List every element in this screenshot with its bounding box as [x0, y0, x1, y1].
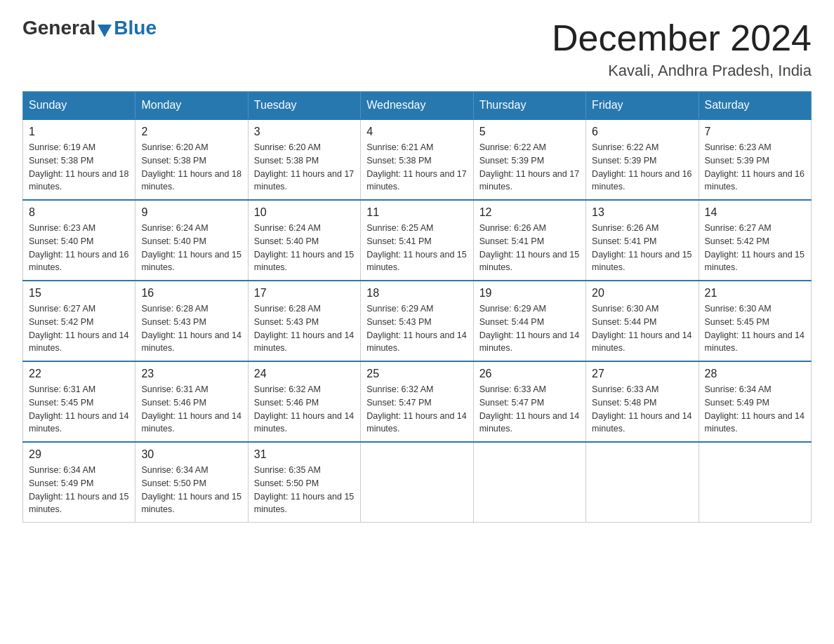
day-number: 6 [592, 126, 692, 138]
calendar-cell: 18 Sunrise: 6:29 AMSunset: 5:43 PMDaylig… [361, 281, 473, 361]
day-info: Sunrise: 6:34 AMSunset: 5:50 PMDaylight:… [141, 464, 241, 516]
day-info: Sunrise: 6:26 AMSunset: 5:41 PMDaylight:… [592, 222, 692, 274]
calendar-cell: 8 Sunrise: 6:23 AMSunset: 5:40 PMDayligh… [23, 200, 135, 281]
day-number: 20 [592, 287, 692, 300]
logo: General Blue [22, 17, 157, 39]
day-info: Sunrise: 6:22 AMSunset: 5:39 PMDaylight:… [479, 141, 580, 194]
calendar-cell: 7 Sunrise: 6:23 AMSunset: 5:39 PMDayligh… [699, 119, 811, 200]
day-header-thursday: Thursday [473, 92, 585, 120]
day-info: Sunrise: 6:24 AMSunset: 5:40 PMDaylight:… [141, 222, 241, 274]
calendar-cell: 19 Sunrise: 6:29 AMSunset: 5:44 PMDaylig… [473, 281, 585, 361]
week-row-2: 8 Sunrise: 6:23 AMSunset: 5:40 PMDayligh… [23, 200, 812, 281]
day-info: Sunrise: 6:34 AMSunset: 5:49 PMDaylight:… [705, 383, 805, 436]
location-title: Kavali, Andhra Pradesh, India [552, 62, 812, 80]
day-info: Sunrise: 6:31 AMSunset: 5:46 PMDaylight:… [141, 383, 241, 436]
day-number: 11 [366, 206, 467, 219]
day-info: Sunrise: 6:21 AMSunset: 5:38 PMDaylight:… [366, 141, 467, 194]
calendar-cell: 11 Sunrise: 6:25 AMSunset: 5:41 PMDaylig… [361, 200, 473, 281]
day-info: Sunrise: 6:27 AMSunset: 5:42 PMDaylight:… [29, 302, 129, 355]
calendar-cell [361, 442, 473, 523]
calendar-cell: 14 Sunrise: 6:27 AMSunset: 5:42 PMDaylig… [699, 200, 811, 281]
calendar-cell [699, 442, 811, 523]
logo-area: General Blue [22, 17, 157, 39]
day-info: Sunrise: 6:29 AMSunset: 5:43 PMDaylight:… [366, 302, 467, 355]
day-info: Sunrise: 6:20 AMSunset: 5:38 PMDaylight:… [254, 141, 355, 194]
logo-general-text: General [22, 17, 95, 39]
month-title: December 2024 [552, 17, 812, 59]
calendar-cell: 31 Sunrise: 6:35 AMSunset: 5:50 PMDaylig… [248, 442, 360, 523]
day-info: Sunrise: 6:29 AMSunset: 5:44 PMDaylight:… [479, 302, 580, 355]
day-info: Sunrise: 6:23 AMSunset: 5:40 PMDaylight:… [29, 222, 129, 274]
day-info: Sunrise: 6:23 AMSunset: 5:39 PMDaylight:… [705, 141, 805, 194]
calendar-cell: 24 Sunrise: 6:32 AMSunset: 5:46 PMDaylig… [248, 361, 360, 442]
day-number: 30 [141, 448, 241, 461]
day-info: Sunrise: 6:20 AMSunset: 5:38 PMDaylight:… [141, 141, 241, 194]
day-info: Sunrise: 6:35 AMSunset: 5:50 PMDaylight:… [254, 464, 355, 516]
calendar-cell: 17 Sunrise: 6:28 AMSunset: 5:43 PMDaylig… [248, 281, 360, 361]
day-info: Sunrise: 6:32 AMSunset: 5:47 PMDaylight:… [366, 383, 467, 436]
day-number: 26 [479, 368, 580, 380]
logo-triangle-icon [98, 25, 112, 37]
day-number: 17 [254, 287, 355, 300]
calendar-cell: 27 Sunrise: 6:33 AMSunset: 5:48 PMDaylig… [586, 361, 699, 442]
page-header: General Blue December 2024 Kavali, Andhr… [22, 17, 812, 80]
calendar-cell [473, 442, 585, 523]
day-number: 14 [705, 206, 805, 219]
day-info: Sunrise: 6:33 AMSunset: 5:48 PMDaylight:… [592, 383, 692, 436]
day-info: Sunrise: 6:22 AMSunset: 5:39 PMDaylight:… [592, 141, 692, 194]
day-info: Sunrise: 6:19 AMSunset: 5:38 PMDaylight:… [29, 141, 129, 194]
calendar-table: SundayMondayTuesdayWednesdayThursdayFrid… [22, 91, 812, 523]
day-number: 16 [141, 287, 241, 300]
calendar-cell: 6 Sunrise: 6:22 AMSunset: 5:39 PMDayligh… [586, 119, 699, 200]
day-number: 12 [479, 206, 580, 219]
day-info: Sunrise: 6:32 AMSunset: 5:46 PMDaylight:… [254, 383, 355, 436]
calendar-cell [586, 442, 699, 523]
day-header-saturday: Saturday [699, 92, 811, 120]
day-number: 23 [141, 368, 241, 380]
day-number: 13 [592, 206, 692, 219]
day-number: 27 [592, 368, 692, 380]
calendar-cell: 13 Sunrise: 6:26 AMSunset: 5:41 PMDaylig… [586, 200, 699, 281]
calendar-cell: 9 Sunrise: 6:24 AMSunset: 5:40 PMDayligh… [135, 200, 248, 281]
day-number: 9 [141, 206, 241, 219]
calendar-cell: 2 Sunrise: 6:20 AMSunset: 5:38 PMDayligh… [135, 119, 248, 200]
week-row-3: 15 Sunrise: 6:27 AMSunset: 5:42 PMDaylig… [23, 281, 812, 361]
title-area: December 2024 Kavali, Andhra Pradesh, In… [552, 17, 812, 80]
day-info: Sunrise: 6:25 AMSunset: 5:41 PMDaylight:… [366, 222, 467, 274]
week-row-4: 22 Sunrise: 6:31 AMSunset: 5:45 PMDaylig… [23, 361, 812, 442]
calendar-cell: 20 Sunrise: 6:30 AMSunset: 5:44 PMDaylig… [586, 281, 699, 361]
day-header-tuesday: Tuesday [248, 92, 360, 120]
day-number: 2 [141, 126, 241, 138]
day-info: Sunrise: 6:30 AMSunset: 5:45 PMDaylight:… [705, 302, 805, 355]
day-number: 18 [366, 287, 467, 300]
logo-blue-text: Blue [114, 17, 157, 39]
day-info: Sunrise: 6:30 AMSunset: 5:44 PMDaylight:… [592, 302, 692, 355]
day-number: 1 [29, 126, 129, 138]
calendar-cell: 3 Sunrise: 6:20 AMSunset: 5:38 PMDayligh… [248, 119, 360, 200]
day-info: Sunrise: 6:27 AMSunset: 5:42 PMDaylight:… [705, 222, 805, 274]
days-header-row: SundayMondayTuesdayWednesdayThursdayFrid… [23, 92, 812, 120]
day-info: Sunrise: 6:24 AMSunset: 5:40 PMDaylight:… [254, 222, 355, 274]
calendar-cell: 21 Sunrise: 6:30 AMSunset: 5:45 PMDaylig… [699, 281, 811, 361]
calendar-cell: 22 Sunrise: 6:31 AMSunset: 5:45 PMDaylig… [23, 361, 135, 442]
day-number: 21 [705, 287, 805, 300]
day-info: Sunrise: 6:26 AMSunset: 5:41 PMDaylight:… [479, 222, 580, 274]
calendar-cell: 10 Sunrise: 6:24 AMSunset: 5:40 PMDaylig… [248, 200, 360, 281]
day-info: Sunrise: 6:28 AMSunset: 5:43 PMDaylight:… [141, 302, 241, 355]
day-number: 5 [479, 126, 580, 138]
calendar-cell: 1 Sunrise: 6:19 AMSunset: 5:38 PMDayligh… [23, 119, 135, 200]
day-number: 25 [366, 368, 467, 380]
day-info: Sunrise: 6:28 AMSunset: 5:43 PMDaylight:… [254, 302, 355, 355]
day-number: 15 [29, 287, 129, 300]
calendar-cell: 30 Sunrise: 6:34 AMSunset: 5:50 PMDaylig… [135, 442, 248, 523]
day-header-wednesday: Wednesday [361, 92, 473, 120]
day-header-sunday: Sunday [23, 92, 135, 120]
day-info: Sunrise: 6:34 AMSunset: 5:49 PMDaylight:… [29, 464, 129, 516]
day-number: 28 [705, 368, 805, 380]
day-number: 3 [254, 126, 355, 138]
day-number: 10 [254, 206, 355, 219]
calendar-cell: 5 Sunrise: 6:22 AMSunset: 5:39 PMDayligh… [473, 119, 585, 200]
calendar-cell: 4 Sunrise: 6:21 AMSunset: 5:38 PMDayligh… [361, 119, 473, 200]
week-row-1: 1 Sunrise: 6:19 AMSunset: 5:38 PMDayligh… [23, 119, 812, 200]
calendar-cell: 29 Sunrise: 6:34 AMSunset: 5:49 PMDaylig… [23, 442, 135, 523]
